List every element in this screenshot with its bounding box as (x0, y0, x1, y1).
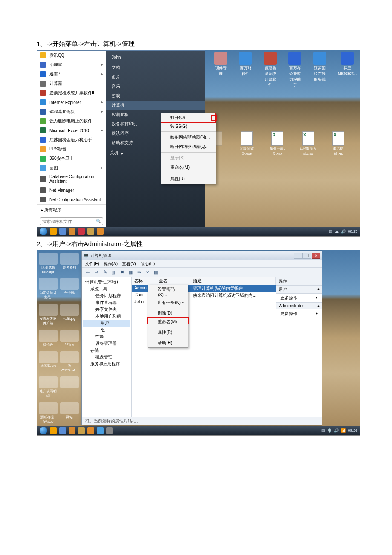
tray-icon[interactable]: ▤ (321, 428, 325, 433)
context-menu-item[interactable]: 映射网络驱动器(N)... (161, 133, 216, 142)
context-properties-item[interactable]: 属性(R) (148, 328, 188, 337)
toolbar-button[interactable]: ? (144, 269, 151, 276)
tray-icon[interactable]: 🔊 (334, 428, 339, 433)
desktop-icon[interactable]: 江苏国税在线服务端 (313, 52, 326, 88)
start-item[interactable]: Net Configuration Assistant (37, 195, 106, 204)
context-menu-item[interactable]: % SS(G) (161, 122, 216, 130)
toolbar-button[interactable]: ⇨ (93, 269, 100, 276)
taskbar-icon[interactable] (59, 427, 66, 434)
taskbar-icon[interactable] (97, 427, 104, 434)
tree-node[interactable]: 共享文件夹 (83, 306, 130, 313)
toolbar-button[interactable]: ▦ (153, 269, 159, 276)
tree-node[interactable]: 性能 (83, 333, 130, 340)
desktop-file[interactable]: 谷歌浏览器.exe (238, 131, 256, 156)
desktop-icon[interactable]: 杯里 Microsoft... (338, 52, 357, 88)
tray-icon[interactable]: 📶 (341, 428, 346, 433)
desktop-icon[interactable]: 百万财软件 (239, 52, 252, 88)
desktop-file[interactable]: 销售一年 - 云.xlsx (268, 131, 286, 156)
toolbar-button[interactable]: ▥ (110, 269, 117, 276)
desktop-icon[interactable] (60, 376, 79, 398)
start-item[interactable]: Microsoft Excel 2010▸ (37, 126, 106, 135)
desktop-icon[interactable]: 02.jpg (60, 330, 79, 347)
taskbar-icon[interactable] (87, 228, 94, 235)
context-menu-item[interactable]: 所有任务(K) (148, 298, 188, 307)
actions-more-2[interactable]: 更多操作 (280, 311, 297, 317)
column-header[interactable]: 名称 (132, 277, 156, 285)
desktop-icon[interactable]: 网站 (60, 402, 79, 424)
maximize-button[interactable]: ☐ (303, 253, 311, 259)
tree-node[interactable]: 系统工具 (83, 286, 130, 292)
actions-more[interactable]: 更多操作 (280, 295, 297, 301)
start-right-item[interactable]: 音乐 (106, 82, 205, 91)
desktop-icon[interactable]: 教WJFTaxA... (60, 351, 79, 372)
tray-icon[interactable]: ☁ (335, 229, 339, 234)
tree-node[interactable]: 任务计划程序 (83, 292, 130, 299)
start-item[interactable]: 远程桌面连接▸ (37, 107, 106, 116)
desktop-icon[interactable]: 以测试版 ksMsrpr (39, 253, 58, 274)
context-menu-item[interactable]: 显示(S) (161, 153, 216, 163)
tree-node[interactable]: 磁盘管理 (83, 354, 130, 361)
start-computer-item[interactable]: 计算机 (106, 101, 205, 110)
desktop-icon[interactable]: 地区码.xls (39, 351, 58, 372)
start-item[interactable]: 腾讯QQ (37, 51, 106, 60)
start-item[interactable]: 迅雷7▸ (37, 69, 106, 79)
context-menu-item[interactable]: 属性(R) (161, 174, 216, 184)
taskbar-icon[interactable] (78, 427, 85, 434)
start-item[interactable]: 画图▸ (37, 163, 106, 173)
context-menu-item[interactable]: 设置密码(S)... (148, 285, 188, 298)
tray-icon[interactable]: ▤ (329, 229, 333, 234)
start-right-item[interactable]: 图片 (106, 72, 205, 82)
start-search-input[interactable] (40, 217, 103, 225)
desktop-icon[interactable]: 扫描件 (39, 330, 58, 347)
taskbar-icon[interactable] (87, 427, 94, 434)
desktop-icon[interactable]: 参考资料 (60, 253, 79, 274)
all-programs[interactable]: ▸ 所有程序 (37, 204, 106, 216)
taskbar-icon[interactable] (97, 228, 104, 235)
context-menu-item[interactable]: 重命名(M) (161, 163, 216, 172)
desktop-icon[interactable]: 现件管理 (214, 52, 227, 88)
tree-node[interactable]: 组 (83, 327, 130, 333)
tray-icon[interactable]: 🛡️ (327, 428, 332, 433)
toolbar-button[interactable]: ✎ (101, 269, 108, 276)
start-item[interactable]: Net Manager (37, 185, 106, 195)
toolbar-button[interactable]: ✖ (118, 269, 125, 276)
tree-node[interactable]: 计算机管理(本地) (83, 279, 130, 286)
shutdown-button[interactable]: 关机 (110, 150, 118, 156)
tree-node[interactable]: 设备管理器 (83, 340, 130, 347)
start-item[interactable]: 江苏国税金融力税助手 (37, 135, 106, 145)
taskbar-icon[interactable] (50, 427, 57, 434)
tree-node[interactable]: 用户 (83, 320, 130, 327)
taskbar-icon[interactable] (59, 228, 66, 235)
toolbar-button[interactable]: ⇦ (84, 269, 91, 276)
desktop-file[interactable]: 电话记录.xls (329, 131, 347, 156)
shutdown-arrow-icon[interactable]: ▸ (121, 151, 123, 156)
start-orb-icon[interactable] (40, 228, 47, 235)
desktop-icon[interactable]: 发票核发软件升级 (39, 304, 58, 326)
start-orb-icon[interactable] (40, 427, 47, 434)
start-item[interactable]: Internet Explorer▸ (37, 98, 106, 107)
taskbar-icon[interactable] (69, 427, 75, 434)
start-item[interactable]: 强力删除电脑上的软件 (37, 116, 106, 126)
start-right-item[interactable]: 游戏 (106, 91, 205, 101)
collapse-icon[interactable]: ▴ (317, 304, 320, 308)
context-menu-item[interactable]: 断开网络驱动器(Q... (161, 142, 216, 151)
tree-node[interactable]: 存储 (83, 347, 130, 354)
toolbar-button[interactable]: ⇛ (135, 269, 142, 276)
tree-node[interactable]: 事件查看器 (83, 299, 130, 306)
desktop-icon[interactable]: 批量.jpg (60, 304, 79, 326)
start-right-item[interactable]: 文档 (106, 63, 205, 72)
tray-clock[interactable]: 08:23 (348, 229, 357, 234)
nav-tree[interactable]: 计算机管理(本地)系统工具任务计划程序事件查看器共享文件夹本地用户和组用户组性能… (82, 277, 132, 417)
tray-icon[interactable]: 🔊 (341, 229, 346, 234)
context-menu-item[interactable]: 删除(D) (148, 309, 188, 318)
desktop-icon[interactable]: 百万存企业财力税助手 (288, 52, 301, 88)
start-item[interactable]: Database Configuration Assistant (37, 173, 106, 185)
tray-clock[interactable]: 08:26 (348, 428, 357, 433)
desktop-icon[interactable]: 账户填写明细 (39, 376, 58, 398)
taskbar-icon[interactable] (78, 228, 85, 235)
column-header[interactable]: 全名 (156, 277, 190, 285)
start-item[interactable]: 发票报检系统开票软件Ⅱ (37, 88, 106, 98)
menu-item[interactable]: 操作(A) (104, 261, 118, 267)
desktop-icon[interactable]: 发票核发系统开票软件 (264, 52, 277, 88)
start-item[interactable]: 计算器 (37, 79, 106, 88)
